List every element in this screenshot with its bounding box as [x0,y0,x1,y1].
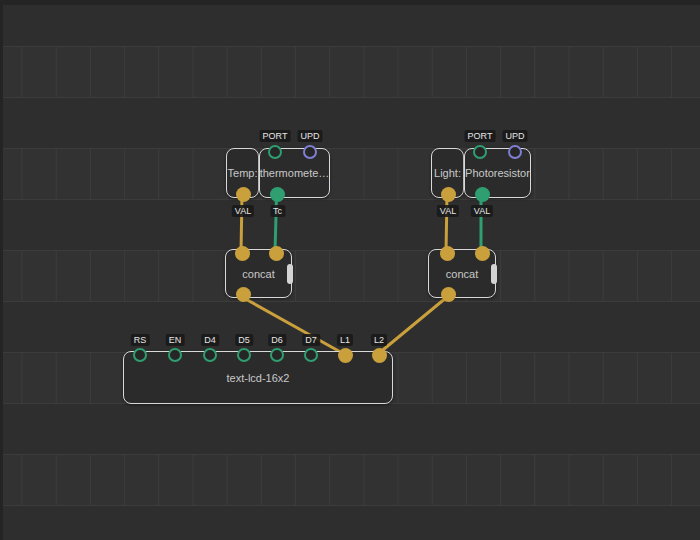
pin-val-output[interactable] [475,187,490,202]
link-light-to-concat[interactable] [446,194,447,253]
pin-label-val: VAL [471,205,493,217]
pin-label-rs: RS [131,334,150,346]
node-text-lcd-16x2[interactable]: text-lcd-16x2 RS EN D4 D5 D6 D7 L1 L2 [123,351,393,404]
pin-label-d4: D4 [201,334,219,346]
patch-canvas[interactable]: Temp: VAL thermomete… PORT UPD Tc Light:… [0,0,700,540]
link-concat-to-lcd-l2[interactable] [378,297,447,354]
pin-tc-output[interactable] [270,187,285,202]
pin-d5-input[interactable] [237,348,251,362]
node-photoresistor[interactable]: Photoresistor PORT UPD VAL [464,148,531,198]
pin-label-port: PORT [465,130,496,142]
pin-label-d6: D6 [268,334,286,346]
node-thermometer[interactable]: thermomete… PORT UPD Tc [259,148,330,198]
node-temp-const[interactable]: Temp: VAL [226,148,259,198]
pin-label-tc: Tc [270,205,285,217]
pin-upd-input[interactable] [508,145,522,159]
pin-d4-input[interactable] [203,348,217,362]
variadic-handle[interactable] [287,264,293,284]
pin-in1-input[interactable] [235,246,250,261]
pin-upd-input[interactable] [303,145,317,159]
pin-label-d5: D5 [235,334,253,346]
node-concat-right[interactable]: concat [428,249,496,298]
pin-label-port: PORT [260,130,291,142]
variadic-handle[interactable] [491,264,497,284]
pin-label-val: VAL [437,205,459,217]
pin-label-upd: UPD [502,130,527,142]
pin-label-upd: UPD [297,130,322,142]
pin-val-output[interactable] [236,187,251,202]
pin-val-output[interactable] [441,187,456,202]
node-light-const[interactable]: Light: VAL [431,148,464,198]
pin-l2-input[interactable] [372,348,387,363]
pin-label-l2: L2 [371,334,387,346]
node-concat-left[interactable]: concat [225,249,292,298]
links-layer [0,0,700,540]
pin-out-output[interactable] [236,287,251,302]
pin-en-input[interactable] [168,348,182,362]
pin-in1-input[interactable] [440,246,455,261]
pin-port-input[interactable] [268,145,282,159]
pin-rs-input[interactable] [133,348,147,362]
pin-l1-input[interactable] [338,348,353,363]
link-temp-to-concat[interactable] [241,194,242,253]
pin-in2-input[interactable] [269,246,284,261]
node-label: text-lcd-16x2 [124,352,392,403]
pin-label-val: VAL [232,205,254,217]
link-concat-to-lcd-l1[interactable] [242,297,344,354]
pin-d7-input[interactable] [304,348,318,362]
pin-out-output[interactable] [441,287,456,302]
pin-d6-input[interactable] [270,348,284,362]
pin-in2-input[interactable] [475,246,490,261]
pin-label-d7: D7 [302,334,320,346]
pin-label-l1: L1 [337,334,353,346]
pin-label-en: EN [166,334,185,346]
pin-port-input[interactable] [473,145,487,159]
